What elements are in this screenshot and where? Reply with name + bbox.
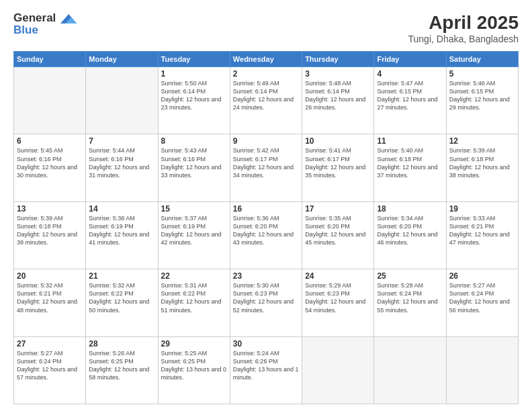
day-info: Sunrise: 5:27 AM Sunset: 6:24 PM Dayligh… <box>17 349 83 382</box>
col-header-saturday: Saturday <box>446 52 518 67</box>
day-number: 30 <box>233 339 299 349</box>
day-info: Sunrise: 5:40 AM Sunset: 6:18 PM Dayligh… <box>377 146 443 179</box>
day-number: 16 <box>233 204 299 214</box>
week-row-4: 27Sunrise: 5:27 AM Sunset: 6:24 PM Dayli… <box>14 336 519 404</box>
day-info: Sunrise: 5:44 AM Sunset: 6:16 PM Dayligh… <box>89 146 154 179</box>
day-cell: 22Sunrise: 5:31 AM Sunset: 6:22 PM Dayli… <box>158 269 230 336</box>
day-cell: 29Sunrise: 5:25 AM Sunset: 6:25 PM Dayli… <box>158 336 230 404</box>
day-cell: 25Sunrise: 5:28 AM Sunset: 6:24 PM Dayli… <box>374 269 446 336</box>
day-cell: 19Sunrise: 5:33 AM Sunset: 6:21 PM Dayli… <box>446 201 518 269</box>
col-header-sunday: Sunday <box>14 52 86 67</box>
day-number: 23 <box>233 271 299 281</box>
week-row-0: 1Sunrise: 5:50 AM Sunset: 6:14 PM Daylig… <box>14 67 519 134</box>
week-row-2: 13Sunrise: 5:39 AM Sunset: 6:18 PM Dayli… <box>14 201 519 269</box>
day-number: 10 <box>305 136 371 146</box>
day-number: 25 <box>377 271 443 281</box>
calendar-table: SundayMondayTuesdayWednesdayThursdayFrid… <box>13 51 519 404</box>
day-number: 22 <box>161 271 227 281</box>
day-number: 19 <box>449 204 515 214</box>
week-row-3: 20Sunrise: 5:32 AM Sunset: 6:21 PM Dayli… <box>14 269 519 336</box>
day-cell <box>446 336 518 404</box>
day-cell: 7Sunrise: 5:44 AM Sunset: 6:16 PM Daylig… <box>86 134 158 201</box>
day-cell: 20Sunrise: 5:32 AM Sunset: 6:21 PM Dayli… <box>14 269 86 336</box>
day-cell <box>86 67 158 134</box>
header: General Blue April 2025 Tungi, Dhaka, Ba… <box>13 12 519 44</box>
calendar-header-row: SundayMondayTuesdayWednesdayThursdayFrid… <box>14 52 519 67</box>
day-info: Sunrise: 5:41 AM Sunset: 6:17 PM Dayligh… <box>305 146 371 179</box>
page: General Blue April 2025 Tungi, Dhaka, Ba… <box>0 0 532 411</box>
day-number: 3 <box>305 69 371 79</box>
location: Tungi, Dhaka, Bangladesh <box>408 34 519 44</box>
day-number: 29 <box>161 339 227 349</box>
day-cell <box>374 336 446 404</box>
day-number: 5 <box>449 69 515 79</box>
day-cell: 21Sunrise: 5:32 AM Sunset: 6:22 PM Dayli… <box>86 269 158 336</box>
day-cell: 2Sunrise: 5:49 AM Sunset: 6:14 PM Daylig… <box>230 67 302 134</box>
day-cell: 28Sunrise: 5:26 AM Sunset: 6:25 PM Dayli… <box>86 336 158 404</box>
day-info: Sunrise: 5:39 AM Sunset: 6:18 PM Dayligh… <box>449 146 515 179</box>
day-number: 20 <box>17 271 83 281</box>
day-info: Sunrise: 5:38 AM Sunset: 6:19 PM Dayligh… <box>89 214 154 247</box>
day-cell: 1Sunrise: 5:50 AM Sunset: 6:14 PM Daylig… <box>158 67 230 134</box>
day-info: Sunrise: 5:50 AM Sunset: 6:14 PM Dayligh… <box>161 79 227 112</box>
col-header-friday: Friday <box>374 52 446 67</box>
day-number: 12 <box>449 136 515 146</box>
day-number: 7 <box>89 136 154 146</box>
week-row-1: 6Sunrise: 5:45 AM Sunset: 6:16 PM Daylig… <box>14 134 519 201</box>
day-info: Sunrise: 5:29 AM Sunset: 6:23 PM Dayligh… <box>305 281 371 314</box>
day-number: 24 <box>305 271 371 281</box>
day-number: 4 <box>377 69 443 79</box>
day-info: Sunrise: 5:45 AM Sunset: 6:16 PM Dayligh… <box>17 146 83 179</box>
day-cell: 6Sunrise: 5:45 AM Sunset: 6:16 PM Daylig… <box>14 134 86 201</box>
day-info: Sunrise: 5:32 AM Sunset: 6:21 PM Dayligh… <box>17 281 83 314</box>
day-number: 6 <box>17 136 83 146</box>
day-cell: 30Sunrise: 5:24 AM Sunset: 6:26 PM Dayli… <box>230 336 302 404</box>
day-cell: 11Sunrise: 5:40 AM Sunset: 6:18 PM Dayli… <box>374 134 446 201</box>
day-number: 21 <box>89 271 154 281</box>
col-header-tuesday: Tuesday <box>158 52 230 67</box>
day-info: Sunrise: 5:33 AM Sunset: 6:21 PM Dayligh… <box>449 214 515 247</box>
day-number: 13 <box>17 204 83 214</box>
day-cell: 15Sunrise: 5:37 AM Sunset: 6:19 PM Dayli… <box>158 201 230 269</box>
day-cell: 16Sunrise: 5:36 AM Sunset: 6:20 PM Dayli… <box>230 201 302 269</box>
day-cell: 9Sunrise: 5:42 AM Sunset: 6:17 PM Daylig… <box>230 134 302 201</box>
day-cell: 26Sunrise: 5:27 AM Sunset: 6:24 PM Dayli… <box>446 269 518 336</box>
day-cell: 14Sunrise: 5:38 AM Sunset: 6:19 PM Dayli… <box>86 201 158 269</box>
day-info: Sunrise: 5:32 AM Sunset: 6:22 PM Dayligh… <box>89 281 154 314</box>
day-cell: 13Sunrise: 5:39 AM Sunset: 6:18 PM Dayli… <box>14 201 86 269</box>
day-cell: 3Sunrise: 5:48 AM Sunset: 6:14 PM Daylig… <box>302 67 374 134</box>
day-info: Sunrise: 5:25 AM Sunset: 6:25 PM Dayligh… <box>161 349 227 382</box>
day-info: Sunrise: 5:39 AM Sunset: 6:18 PM Dayligh… <box>17 214 83 247</box>
day-cell: 27Sunrise: 5:27 AM Sunset: 6:24 PM Dayli… <box>14 336 86 404</box>
day-info: Sunrise: 5:47 AM Sunset: 6:15 PM Dayligh… <box>377 79 443 112</box>
day-number: 28 <box>89 339 154 349</box>
col-header-wednesday: Wednesday <box>230 52 302 67</box>
day-cell: 10Sunrise: 5:41 AM Sunset: 6:17 PM Dayli… <box>302 134 374 201</box>
col-header-monday: Monday <box>86 52 158 67</box>
day-cell: 8Sunrise: 5:43 AM Sunset: 6:16 PM Daylig… <box>158 134 230 201</box>
day-cell: 24Sunrise: 5:29 AM Sunset: 6:23 PM Dayli… <box>302 269 374 336</box>
day-info: Sunrise: 5:42 AM Sunset: 6:17 PM Dayligh… <box>233 146 299 179</box>
logo: General Blue <box>13 12 78 37</box>
day-info: Sunrise: 5:49 AM Sunset: 6:14 PM Dayligh… <box>233 79 299 112</box>
day-cell: 12Sunrise: 5:39 AM Sunset: 6:18 PM Dayli… <box>446 134 518 201</box>
day-cell: 5Sunrise: 5:46 AM Sunset: 6:15 PM Daylig… <box>446 67 518 134</box>
day-number: 2 <box>233 69 299 79</box>
day-info: Sunrise: 5:34 AM Sunset: 6:20 PM Dayligh… <box>377 214 443 247</box>
day-info: Sunrise: 5:31 AM Sunset: 6:22 PM Dayligh… <box>161 281 227 314</box>
day-number: 18 <box>377 204 443 214</box>
day-info: Sunrise: 5:48 AM Sunset: 6:14 PM Dayligh… <box>305 79 371 112</box>
day-number: 26 <box>449 271 515 281</box>
day-cell: 23Sunrise: 5:30 AM Sunset: 6:23 PM Dayli… <box>230 269 302 336</box>
day-cell <box>302 336 374 404</box>
logo-icon <box>60 13 78 25</box>
day-number: 8 <box>161 136 227 146</box>
day-number: 1 <box>161 69 227 79</box>
day-cell: 17Sunrise: 5:35 AM Sunset: 6:20 PM Dayli… <box>302 201 374 269</box>
col-header-thursday: Thursday <box>302 52 374 67</box>
title-block: April 2025 Tungi, Dhaka, Bangladesh <box>408 12 519 44</box>
day-info: Sunrise: 5:27 AM Sunset: 6:24 PM Dayligh… <box>449 281 515 314</box>
day-cell: 18Sunrise: 5:34 AM Sunset: 6:20 PM Dayli… <box>374 201 446 269</box>
day-number: 14 <box>89 204 154 214</box>
day-info: Sunrise: 5:43 AM Sunset: 6:16 PM Dayligh… <box>161 146 227 179</box>
